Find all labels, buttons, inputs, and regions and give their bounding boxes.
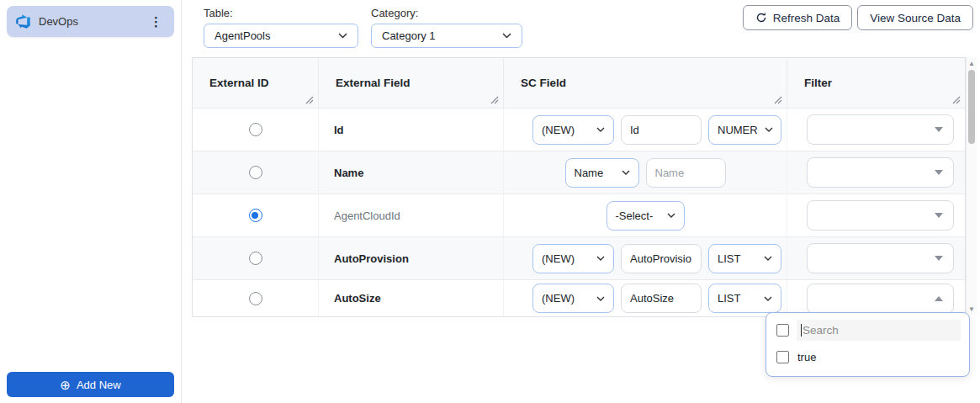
kebab-menu-icon[interactable]: ⋮ [146, 13, 166, 29]
header-external-field: External Field [319, 58, 504, 108]
filter-search-box [797, 320, 961, 341]
sc-field-select[interactable]: Name [565, 158, 639, 188]
chevron-down-icon [764, 296, 772, 301]
row-radio[interactable] [249, 292, 262, 305]
sc-type-select-value: LIST [718, 292, 740, 305]
sidebar: DevOps ⋮ ⊕ Add New [0, 0, 182, 403]
table-header-row: External ID External Field SC Field Filt… [193, 58, 965, 108]
header-label: SC Field [521, 77, 566, 89]
sc-field-select[interactable]: (NEW) [532, 244, 614, 273]
chevron-down-icon [596, 296, 605, 301]
option-checkbox[interactable] [776, 351, 789, 363]
add-new-button[interactable]: ⊕ Add New [7, 372, 174, 397]
category-select-group: Category: Category 1 [371, 7, 522, 48]
caret-down-icon [935, 256, 943, 261]
sc-field-select[interactable]: (NEW) [532, 284, 614, 313]
chevron-down-icon [622, 170, 630, 175]
vertical-scrollbar[interactable]: ▲ ▼ [966, 57, 977, 315]
header-label: External Field [336, 77, 411, 89]
table-label: Table: [204, 7, 358, 19]
sc-field-select-value: (NEW) [542, 252, 575, 265]
view-source-label: View Source Data [870, 12, 961, 24]
chevron-down-icon [667, 213, 675, 218]
table-select[interactable]: AgentPools [204, 24, 358, 48]
row-radio[interactable] [249, 123, 262, 136]
sc-field-name-input[interactable] [621, 115, 702, 145]
header-label: External ID [209, 77, 269, 89]
chevron-down-icon [596, 256, 605, 261]
category-select[interactable]: Category 1 [371, 24, 522, 48]
row-radio[interactable] [249, 166, 262, 179]
category-label: Category: [371, 7, 522, 19]
chevron-down-icon [764, 256, 772, 261]
filter-dropdown[interactable] [807, 243, 954, 273]
external-field-name: Id [319, 109, 504, 151]
sc-type-select-value: LIST [718, 252, 740, 265]
table-row-autoprovision: AutoProvision (NEW) LIST [193, 236, 965, 279]
filter-search-row [776, 320, 961, 341]
table-select-group: Table: AgentPools [204, 7, 358, 48]
chevron-down-icon [502, 33, 511, 39]
sc-type-select-value: NUMER [718, 124, 758, 136]
filter-options-panel: true [765, 312, 970, 377]
sc-field-select-value: -Select- [616, 209, 654, 222]
sc-field-name-input[interactable] [621, 244, 702, 273]
column-resize-handle[interactable] [774, 96, 782, 104]
column-resize-handle[interactable] [952, 96, 961, 104]
sc-field-name-input[interactable] [646, 158, 726, 188]
select-all-checkbox[interactable] [776, 324, 789, 337]
caret-down-icon [935, 213, 943, 218]
column-resize-handle[interactable] [305, 96, 314, 104]
table-select-value: AgentPools [215, 29, 271, 42]
table-row-agentcloudid: AgentCloudId -Select- [193, 194, 965, 236]
refresh-data-button[interactable]: Refresh Data [743, 5, 853, 30]
filter-dropdown-open[interactable] [807, 284, 954, 314]
sc-field-name-input[interactable] [621, 284, 702, 313]
external-field-name: Name [319, 151, 504, 194]
sc-type-select[interactable]: LIST [708, 284, 781, 313]
refresh-icon [755, 12, 767, 24]
main-content: Table: AgentPools Category: Category 1 [182, 0, 980, 403]
column-resize-handle[interactable] [490, 96, 499, 104]
caret-up-icon [935, 296, 943, 301]
sc-field-select[interactable]: -Select- [607, 201, 685, 231]
option-label: true [797, 351, 816, 363]
filter-dropdown[interactable] [807, 114, 954, 145]
sc-type-select[interactable]: NUMER [708, 115, 781, 145]
external-field-name: AutoProvision [319, 237, 504, 279]
category-select-value: Category 1 [382, 29, 436, 42]
add-new-label: Add New [77, 379, 121, 391]
filter-search-input[interactable] [797, 320, 961, 341]
sc-type-select[interactable]: LIST [708, 244, 781, 273]
connector-card-devops[interactable]: DevOps ⋮ [7, 6, 174, 37]
scrollbar-thumb[interactable] [968, 70, 975, 144]
external-field-name: AgentCloudId [319, 194, 504, 236]
refresh-label: Refresh Data [773, 12, 840, 24]
row-radio-selected[interactable] [249, 209, 262, 222]
header-filter: Filter [787, 58, 965, 108]
table-row-id: Id (NEW) NUMER [193, 108, 965, 151]
header-label: Filter [804, 77, 832, 89]
text-cursor [801, 324, 802, 337]
mapping-table: External ID External Field SC Field Filt… [192, 57, 966, 317]
filter-dropdown[interactable] [807, 157, 954, 188]
table-row-name: Name Name [193, 151, 965, 194]
scroll-up-icon[interactable]: ▲ [967, 57, 977, 69]
scroll-down-icon[interactable]: ▼ [967, 303, 977, 315]
chevron-down-icon [765, 127, 773, 132]
sc-field-select-value: (NEW) [542, 292, 575, 305]
caret-down-icon [935, 127, 943, 132]
table-row-autosize: AutoSize (NEW) LIST [193, 279, 965, 316]
top-action-buttons: Refresh Data View Source Data [743, 5, 973, 30]
azure-devops-icon [15, 13, 31, 29]
caret-down-icon [935, 170, 943, 175]
sc-field-select-value: Name [575, 167, 604, 179]
connector-label: DevOps [39, 15, 78, 28]
plus-circle-icon: ⊕ [60, 379, 71, 391]
filter-option-true[interactable]: true [776, 351, 961, 363]
view-source-data-button[interactable]: View Source Data [857, 5, 973, 30]
row-radio[interactable] [249, 252, 262, 265]
sc-field-select[interactable]: (NEW) [532, 115, 614, 145]
filter-dropdown[interactable] [807, 200, 954, 231]
external-field-name: AutoSize [319, 280, 504, 316]
